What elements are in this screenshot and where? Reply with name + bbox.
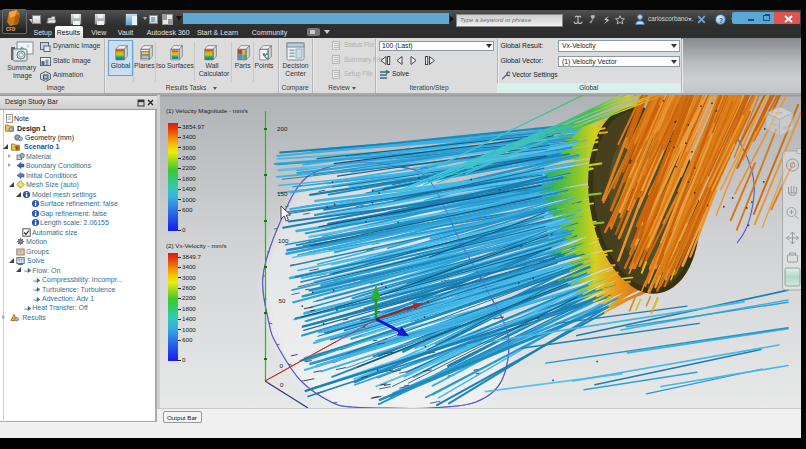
svg-text:100: 100 [278,237,289,244]
svg-text:150: 150 [277,190,288,197]
svg-text:50: 50 [279,297,286,304]
svg-text:200: 200 [277,125,288,132]
svg-text:0: 0 [280,362,284,369]
svg-text:0: 0 [280,381,284,388]
svg-text:TOP: TOP [775,111,783,115]
